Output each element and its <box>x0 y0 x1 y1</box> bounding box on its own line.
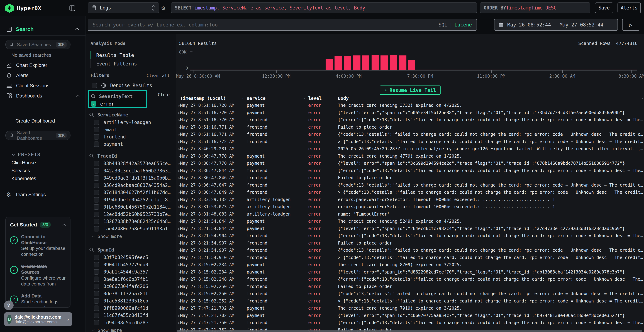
severity-clear-button[interactable]: Clear <box>158 92 171 97</box>
checkbox[interactable] <box>94 161 99 166</box>
presets-toggle[interactable]: PRESETS <box>12 152 40 157</box>
table-row[interactable]: >May 27 8:36:47.844 AMfrontenderror{"err… <box>176 168 644 176</box>
alerts-button[interactable]: Alerts <box>618 2 641 13</box>
preset-dashboard-clickhouse[interactable]: ClickHouse <box>12 160 36 166</box>
create-dashboard-button[interactable]: + Create Dashboard <box>8 118 55 124</box>
checkbox[interactable] <box>94 313 99 318</box>
mode-results-table[interactable]: Results Table <box>96 52 134 58</box>
sql-select-input[interactable]: SELECT Timestamp, ServiceName as service… <box>171 2 477 13</box>
col-header-timestamp[interactable]: Timestamp (Local) <box>180 96 226 101</box>
clear-all-filters-button[interactable]: Clear all <box>146 73 170 78</box>
results-histogram[interactable] <box>190 52 637 70</box>
row-expand-icon[interactable]: > <box>178 118 180 122</box>
row-expand-icon[interactable]: > <box>178 111 180 115</box>
user-menu[interactable]: D dale@clickhouse.com dale@clickhouse.co… <box>4 312 72 326</box>
table-options-icon[interactable]: ⋮ <box>640 96 644 101</box>
service-name-value[interactable]: payment <box>89 140 173 148</box>
row-expand-icon[interactable]: > <box>178 132 180 137</box>
saved-dashboards-input[interactable]: Saved Dashboards ⌘K <box>5 130 70 140</box>
logo[interactable]: HyperDX <box>5 4 42 13</box>
save-button[interactable]: Save <box>595 2 613 13</box>
table-row[interactable]: >May 27 7:47:21.702 AMpaymenterrorThe cr… <box>176 306 644 313</box>
row-expand-icon[interactable]: > <box>178 161 180 166</box>
checkbox[interactable] <box>94 320 99 326</box>
table-row[interactable]: >May 27 7:47:21.702 AMpaymenterror{"leve… <box>176 313 644 320</box>
row-expand-icon[interactable]: > <box>178 306 180 311</box>
row-expand-icon[interactable]: > <box>178 299 180 304</box>
checkbox[interactable] <box>94 269 99 274</box>
sidebar-item-search[interactable]: Search <box>0 23 86 36</box>
table-row[interactable]: >May 27 8:51:16.771 AMfrontenderrorFaile… <box>176 125 644 132</box>
checkbox[interactable] <box>94 197 99 202</box>
saved-searches-input[interactable]: Saved Searches ⌘K <box>5 40 70 49</box>
table-row[interactable]: >May 27 8:36:47.770 AMpaymenterror{"leve… <box>176 161 644 168</box>
span-id-value[interactable]: 0fae5381230518cb <box>89 297 173 305</box>
source-select[interactable]: Logs <box>88 2 159 13</box>
table-row[interactable]: >May 27 8:36:47.849 AMfrontenderror× {"c… <box>176 190 644 197</box>
column-resize-handle[interactable]: ⋮ <box>332 96 336 101</box>
row-expand-icon[interactable]: > <box>178 104 180 108</box>
filter-value-error[interactable]: error <box>91 100 144 108</box>
row-expand-icon[interactable]: > <box>178 190 180 195</box>
table-row[interactable]: >May 27 8:36:47.770 AMpaymenterrorThe cr… <box>176 154 644 161</box>
trace-id-value[interactable]: 1ae42480d758e9ab91193a1… <box>89 225 173 232</box>
trace-id-value[interactable]: 049ed0ac3fdb1f3f15a0b0b… <box>89 174 173 182</box>
get-started-task[interactable]: ✓Connect to ClickHouseSet up your databa… <box>10 234 66 258</box>
row-expand-icon[interactable]: > <box>178 154 180 159</box>
row-expand-icon[interactable]: > <box>178 263 180 267</box>
table-row[interactable]: >May 27 8:21:54.907 AMfrontenderrorFaile… <box>176 240 644 248</box>
chevron-up-icon[interactable] <box>62 224 66 226</box>
get-started-task[interactable]: ✓Add DataStart sending logs, metrics, or… <box>10 293 66 308</box>
checkbox[interactable] <box>94 175 99 181</box>
search-icon[interactable] <box>89 112 94 117</box>
checkbox[interactable] <box>94 134 99 140</box>
table-row[interactable]: >May 27 8:15:02.250 AMfrontenderror{"cod… <box>176 291 644 298</box>
checkbox[interactable] <box>94 226 99 232</box>
table-row[interactable]: >May 27 8:51:16.770 AMfrontenderror{"err… <box>176 117 644 125</box>
row-expand-icon[interactable]: > <box>178 321 180 325</box>
table-row[interactable]: >May 27 8:33:29.132 AMartillery-loadgene… <box>176 197 644 204</box>
row-expand-icon[interactable]: > <box>178 176 180 180</box>
span-id-value[interactable]: 09041fb457779da0 <box>89 261 173 268</box>
table-row[interactable]: >May 27 8:21:54.844 AMpaymenterrorThe cr… <box>176 219 644 226</box>
span-id-value[interactable]: 1d94f08c5acdb28e <box>89 319 173 326</box>
checkbox-checked[interactable] <box>91 101 96 106</box>
table-row[interactable]: >May 27 7:47:21.750 AMfrontenderror{"err… <box>176 320 644 328</box>
col-header-body[interactable]: Body <box>338 96 643 101</box>
table-row[interactable]: >May 27 8:21:54.904 AMfrontenderror{"err… <box>176 233 644 240</box>
order-by-input[interactable]: ORDER BY TimestampTime DESC <box>480 2 590 13</box>
checkbox[interactable] <box>92 83 97 88</box>
row-expand-icon[interactable]: > <box>178 169 180 173</box>
row-expand-icon[interactable]: > <box>178 284 180 289</box>
table-row[interactable]: >May 27 8:21:54.907 AMfrontenderror{"cod… <box>176 248 644 255</box>
trace-id-value[interactable]: 0f94b9befe0b4252ccfa1c8… <box>89 196 173 204</box>
table-row[interactable]: >May 27 8:51:16.720 AMpaymenterrorThe cr… <box>176 103 644 110</box>
checkbox[interactable] <box>94 219 99 224</box>
trace-id-filter-header[interactable]: TraceId <box>89 152 173 160</box>
span-id-show-more[interactable]: Show more <box>89 326 173 332</box>
row-expand-icon[interactable]: > <box>178 248 180 253</box>
sidebar-collapse-icon[interactable] <box>68 4 76 12</box>
table-row[interactable]: >May 27 8:51:16.771 AMfrontenderror{"cod… <box>176 132 644 139</box>
column-resize-handle[interactable]: ⋮ <box>240 96 245 101</box>
date-range-picker[interactable]: May 26 08:52:44 - May 27 08:52:44 <box>494 18 618 31</box>
denoise-results-toggle[interactable]: Denoise Results <box>92 82 152 89</box>
search-icon[interactable] <box>89 248 94 252</box>
row-expand-icon[interactable]: > <box>178 314 180 318</box>
checkbox[interactable] <box>94 262 99 268</box>
service-name-filter-header[interactable]: ServiceName <box>89 111 173 119</box>
table-row[interactable]: >May 27 8:36:47.846 AMfrontenderrorFaile… <box>176 175 644 183</box>
col-header-service[interactable]: service <box>247 96 266 101</box>
row-expand-icon[interactable]: > <box>178 125 180 130</box>
table-row[interactable]: >May 27 8:46:29.281 AMerror2025-05-26T09… <box>176 146 644 154</box>
table-row[interactable]: >May 27 8:15:02.234 AMpaymenterrorThe cr… <box>176 262 644 270</box>
search-icon[interactable] <box>89 154 94 158</box>
lang-toggle-lucene[interactable]: Lucene <box>454 22 472 28</box>
row-expand-icon[interactable]: > <box>178 256 180 260</box>
service-name-value[interactable]: artillery-loadgen <box>89 119 173 126</box>
span-id-value[interactable]: 11c67fe55c0d13fd <box>89 312 173 319</box>
column-resize-handle[interactable]: ⋮ <box>302 96 307 101</box>
checkbox[interactable] <box>94 255 99 260</box>
lang-toggle-sql[interactable]: SQL <box>438 22 447 28</box>
row-expand-icon[interactable]: > <box>178 183 180 188</box>
